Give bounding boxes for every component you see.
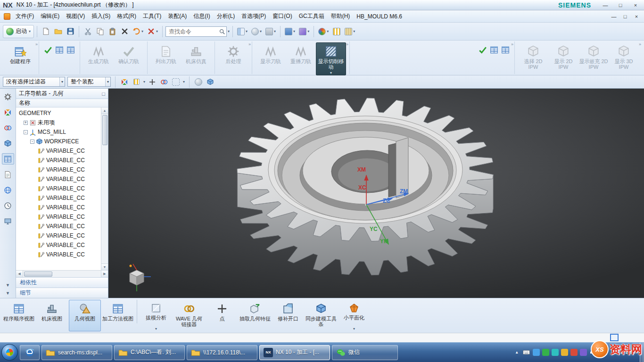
new-file-button[interactable]	[40, 25, 51, 38]
tree-row[interactable]: VARIABLE_CC	[16, 240, 101, 250]
select-gesture-icon[interactable]	[120, 77, 129, 87]
rectangle-select-icon[interactable]	[171, 77, 181, 87]
navigator-column-header[interactable]: 名称	[16, 99, 108, 107]
tree-row[interactable]: VARIABLE_CC	[16, 156, 101, 165]
tree-row[interactable]: VARIABLE_CC	[16, 174, 101, 184]
scroll-up-icon[interactable]: ▲	[101, 107, 108, 114]
cut-button[interactable]	[82, 25, 93, 38]
menu-view[interactable]: 视图(V)	[63, 10, 88, 22]
menu-window[interactable]: 窗口(O)	[269, 10, 295, 22]
scrollbar-thumb[interactable]	[102, 115, 107, 145]
show-3d-ipw-button[interactable]: 显示 3D IPW	[609, 42, 639, 73]
operations-list-icon[interactable]	[488, 44, 500, 56]
scroll-right-icon[interactable]: ▶	[101, 271, 108, 277]
scroll-left-icon[interactable]: ◀	[16, 271, 23, 277]
tray-purple-app-icon[interactable]	[580, 349, 587, 356]
tools-list-icon[interactable]	[65, 44, 76, 56]
open-button[interactable]	[52, 25, 64, 38]
copy-button[interactable]	[94, 25, 106, 38]
close-button[interactable]: ×	[630, 1, 641, 9]
render-style-button[interactable]: ▾	[317, 25, 330, 38]
tree-row[interactable]: VARIABLE_CC	[16, 146, 101, 156]
replay-toolpath-button[interactable]: 重播刀轨	[286, 42, 316, 73]
tree-row[interactable]: VARIABLE_CC	[16, 203, 101, 212]
taskbar-internet-explorer[interactable]	[20, 345, 40, 360]
show-hidden-icons[interactable]: ▲	[513, 350, 520, 354]
geometry-view-button[interactable]: 几何视图	[69, 300, 101, 331]
group-chevron-icon[interactable]: »	[346, 42, 348, 47]
taskbar-folder-network[interactable]: \\172.16.0.118\...	[187, 345, 257, 360]
maximize-button[interactable]: □	[615, 1, 626, 9]
collapse-icon[interactable]: -	[24, 130, 28, 134]
shaded-sphere-button[interactable]: ▾	[250, 25, 263, 38]
part-navigator-icon[interactable]	[2, 138, 14, 149]
settings-gear-icon[interactable]	[2, 91, 14, 102]
machine-simulation-button[interactable]: 机床仿真	[181, 42, 211, 73]
tree-row[interactable]: VARIABLE_CC	[16, 193, 101, 203]
group-chevron-icon[interactable]: »	[35, 42, 38, 47]
graphics-viewport[interactable]: XM XC ZC ZM YC YM	[108, 89, 644, 298]
child-minimize-button[interactable]: —	[608, 13, 619, 20]
tile-windows-button[interactable]: ▾	[236, 25, 249, 38]
minimize-button[interactable]: —	[600, 1, 611, 9]
save-button[interactable]	[65, 25, 76, 38]
child-restore-button[interactable]: □	[619, 13, 631, 20]
window-cascade-button[interactable]: ▾	[283, 25, 297, 38]
facet-button[interactable]: 小平面化 ▾	[338, 300, 370, 331]
keyboard-icon[interactable]	[522, 348, 530, 356]
collapse-icon[interactable]: -	[30, 140, 34, 144]
method-view-button[interactable]: 加工方法视图	[102, 300, 134, 331]
tree-row[interactable]: GEOMETRY	[16, 108, 101, 118]
tree-row[interactable]: +未用项	[16, 118, 101, 127]
delete-button[interactable]	[119, 25, 130, 38]
show-toolpath-button[interactable]: 显示刀轨	[256, 42, 286, 73]
menu-gc-toolbox[interactable]: GC工具箱	[296, 10, 328, 22]
verify-toolpath-button[interactable]: 确认刀轨	[114, 42, 144, 73]
tray-blue-app-icon[interactable]	[533, 349, 540, 356]
show-filled-2d-ipw-button[interactable]: 显示嵌充 2D IPW	[578, 42, 609, 73]
snap-grid-button[interactable]	[331, 25, 342, 38]
selection-scope-dropdown[interactable]: 整个装配 ▾	[67, 77, 111, 87]
scrollbar-thumb[interactable]	[24, 272, 52, 277]
menu-analysis[interactable]: 分析(L)	[214, 10, 239, 22]
chevron-down-icon[interactable]: ▼	[6, 283, 10, 287]
taskbar-folder-abc[interactable]: C:\ABC\—看. 刘...	[114, 345, 185, 360]
start-button[interactable]	[1, 344, 18, 361]
tree-row[interactable]: VARIABLE_CC	[16, 250, 101, 259]
operation-navigator-icon[interactable]	[2, 153, 14, 165]
menu-tools[interactable]: 工具(T)	[140, 10, 165, 22]
postprocess-button[interactable]: 后处理	[218, 42, 248, 73]
generate-toolpath-button[interactable]: 生成刀轨	[83, 42, 114, 73]
tree-row[interactable]: VARIABLE_CC	[16, 184, 101, 193]
menu-information[interactable]: 信息(I)	[190, 10, 213, 22]
list-toolpath-button[interactable]: 列出刀轨	[151, 42, 181, 73]
details-section[interactable]: 细节	[16, 288, 108, 298]
taskbar-nx-window[interactable]: NX NX 10 - 加工 - [...	[259, 345, 330, 360]
constraint-navigator-icon[interactable]	[2, 122, 14, 133]
chevron-down-icon[interactable]: ▼	[6, 291, 10, 295]
menu-assemblies[interactable]: 装配(A)	[165, 10, 190, 22]
child-close-button[interactable]: ×	[631, 13, 642, 20]
taskbar-wechat[interactable]: 微信	[332, 345, 398, 360]
search-icon[interactable]	[219, 28, 225, 35]
draft-analysis-button[interactable]: 拔模分析 ▾	[140, 300, 172, 331]
extract-geometry-button[interactable]: 抽取几何特征	[239, 300, 271, 331]
taskbar-folder-search[interactable]: search-ms:displ...	[41, 345, 112, 360]
tray-teal-app-icon[interactable]	[552, 349, 559, 356]
visualization-icon[interactable]	[2, 215, 14, 227]
program-order-view-button[interactable]: 程序顺序视图	[3, 300, 35, 331]
tools-list-icon[interactable]	[500, 44, 511, 56]
group-chevron-icon[interactable]: »	[248, 42, 251, 47]
paste-button[interactable]	[107, 25, 118, 38]
scroll-down-icon[interactable]: ▼	[101, 263, 108, 270]
shaded-display-icon[interactable]	[194, 77, 203, 87]
chevron-down-icon[interactable]: ▾	[183, 80, 185, 84]
web-browser-icon[interactable]	[2, 184, 14, 196]
selection-filter-dropdown[interactable]: 没有选择过滤器 ▾	[3, 77, 65, 87]
translucent-cube-icon[interactable]	[206, 77, 215, 87]
point-dialog-icon[interactable]	[148, 77, 157, 87]
menu-insert[interactable]: 插入(S)	[88, 10, 114, 22]
menu-preferences[interactable]: 首选项(P)	[238, 10, 269, 22]
isometric-view-button[interactable]: ▾	[297, 25, 311, 38]
dependencies-section[interactable]: 相依性	[16, 277, 108, 288]
